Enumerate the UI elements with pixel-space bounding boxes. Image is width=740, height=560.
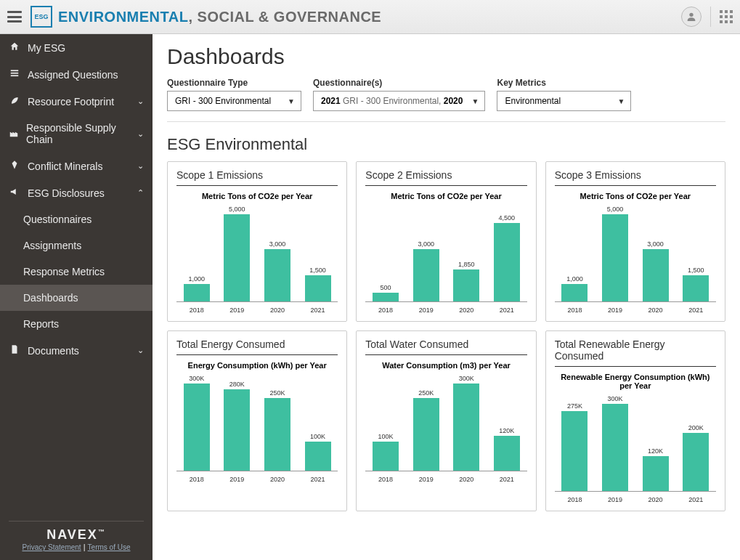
main-content: Dashboards Questionnaire Type GRI - 300 … [153,34,740,560]
x-axis-label: 2018 [560,307,589,314]
chart-card: Total Water ConsumedWater Consumption (m… [356,330,536,511]
bar [413,249,439,301]
x-axis-label: 2021 [304,476,333,483]
bar-chart: 275K300K120K200K2018201920202021 [555,394,716,503]
chart-card: Scope 3 EmissionsMetric Tons of CO2e per… [545,161,725,322]
bar-value-label: 300K [459,375,474,382]
leaf-icon [9,95,20,107]
sidebar-item-label: Dashboards [23,292,78,304]
bar [305,442,331,471]
caret-down-icon: ▼ [288,97,295,105]
sidebar-sub-reports[interactable]: Reports [0,311,153,337]
bar-value-label: 120K [499,427,514,434]
chart-subtitle: Metric Tons of CO2e per Year [176,192,338,200]
sidebar-item-documents[interactable]: Documents⌄ [0,337,153,364]
divider [555,366,716,367]
navex-logo: NAVEX™ [9,527,144,543]
bar-chart: 5003,0001,8504,5002018201920202021 [365,205,526,314]
bar-value-label: 250K [418,389,434,397]
bar-value-label: 5,000 [607,206,624,213]
bar [453,269,479,301]
page-title: Dashboards [167,44,725,69]
chevron-down-icon: ⌄ [137,161,144,171]
brand-logo: ESG [31,6,52,28]
sidebar-sub-response-metrics[interactable]: Response Metrics [0,259,153,285]
bar-value-label: 200K [688,424,704,431]
bar [413,398,439,471]
sidebar-item-conflict-minerals[interactable]: Conflict Minerals⌄ [0,153,153,179]
doc-icon [9,344,20,357]
sidebar-sub-questionnaires[interactable]: Questionnaires [0,206,153,232]
select-questionnaires[interactable]: 2021 GRI - 300 Environmental, 2020 ▼ [313,91,485,111]
privacy-link[interactable]: Privacy Statement [22,543,81,551]
sidebar-item-label: Resource Footprint [28,96,114,107]
x-axis-label: 2020 [452,476,481,483]
bar [561,284,587,301]
apps-grid-icon[interactable] [720,10,733,23]
chart-subtitle: Metric Tons of CO2e per Year [365,192,526,200]
chevron-down-icon: ⌄ [137,97,144,106]
sidebar-item-assigned-questions[interactable]: Assigned Questions [0,61,153,88]
sidebar-sub-assignments[interactable]: Assignments [0,232,153,259]
list-icon [9,68,20,81]
sidebar-item-resource-footprint[interactable]: Resource Footprint⌄ [0,88,153,115]
card-title: Total Renewable Energy Consumed [555,338,716,362]
x-axis-label: 2018 [560,496,589,503]
divider [555,185,716,186]
select-key-metrics[interactable]: Environmental ▼ [497,91,631,111]
x-axis-label: 2019 [601,307,630,314]
filter-label-questionnaires: Questionnaire(s) [313,78,485,88]
bar-value-label: 275K [567,402,582,410]
bar-value-label: 300K [608,395,623,402]
sidebar-sub-dashboards[interactable]: Dashboards [0,285,153,311]
chart-card: Total Renewable Energy ConsumedRenewable… [545,330,725,511]
bar-chart: 1,0005,0003,0001,5002018201920202021 [555,205,716,314]
svg-rect-1 [11,70,19,71]
divider [365,354,526,355]
bar [184,384,210,471]
bar-chart: 300K280K250K100K2018201920202021 [176,374,338,483]
factory-icon [9,128,19,140]
terms-link[interactable]: Terms of Use [88,543,131,551]
chart-subtitle: Renewable Energy Consumption (kWh) per Y… [555,373,716,390]
bar-value-label: 3,000 [269,240,286,248]
chart-subtitle: Energy Consumption (kWh) per Year [176,361,338,370]
card-title: Total Energy Consumed [176,338,338,350]
sidebar-item-label: ESG Disclosures [28,187,105,199]
sidebar-item-label: Response Metrics [23,266,105,277]
card-title: Total Water Consumed [365,338,526,350]
chevron-down-icon: ⌄ [137,346,144,355]
diamond-icon [9,160,20,172]
sidebar-item-esg-disclosures[interactable]: ESG Disclosures⌃ [0,179,153,206]
bar-value-label: 5,000 [229,206,245,213]
hamburger-icon[interactable] [7,11,22,23]
home-icon [9,41,20,54]
x-axis-label: 2019 [601,496,630,503]
sidebar-item-my-esg[interactable]: My ESG [0,34,153,61]
bar [602,214,628,301]
x-axis-label: 2021 [681,496,710,503]
horn-icon [9,187,20,199]
avatar-icon[interactable] [681,7,702,27]
sidebar-item-label: Assignments [23,240,81,251]
chevron-up-icon: ⌃ [137,188,144,198]
bar-value-label: 280K [229,381,245,388]
bar [224,214,250,301]
divider [176,354,338,355]
bar [184,284,210,301]
x-axis-label: 2019 [412,307,441,314]
dashboard-cards: Scope 1 EmissionsMetric Tons of CO2e per… [167,161,725,511]
bar-value-label: 500 [381,284,391,291]
select-questionnaire-type[interactable]: GRI - 300 Environmental ▼ [167,91,301,111]
card-title: Scope 2 Emissions [365,169,526,181]
filter-label-type: Questionnaire Type [167,78,301,88]
sidebar-item-supply-chain[interactable]: Responsible Supply Chain⌄ [0,115,153,153]
chart-subtitle: Water Consumption (m3) per Year [365,361,526,370]
chart-card: Scope 1 EmissionsMetric Tons of CO2e per… [167,161,347,322]
bar-value-label: 300K [189,375,204,382]
bar-value-label: 3,000 [647,240,664,248]
x-axis-label: 2021 [304,307,333,314]
sidebar-item-label: My ESG [28,42,65,54]
bar-value-label: 1,500 [309,267,326,274]
bar-value-label: 1,000 [189,275,206,283]
